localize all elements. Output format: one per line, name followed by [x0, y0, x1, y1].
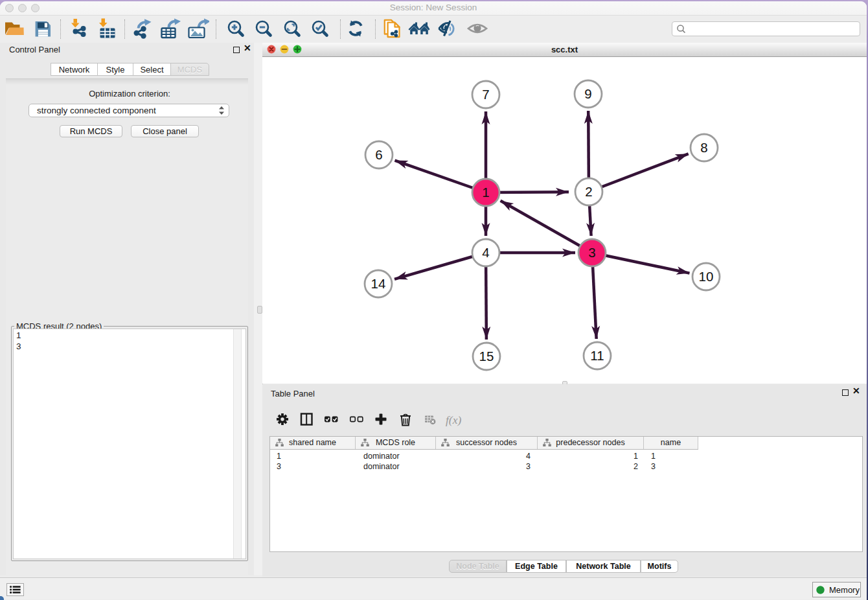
svg-text:8: 8	[700, 140, 707, 155]
svg-text:2: 2	[585, 184, 592, 199]
svg-text:7: 7	[482, 87, 489, 102]
svg-text:11: 11	[590, 348, 604, 363]
svg-text:15: 15	[479, 349, 494, 363]
svg-text:14: 14	[371, 276, 386, 291]
svg-text:1: 1	[482, 185, 489, 200]
svg-text:6: 6	[375, 147, 382, 162]
svg-text:3: 3	[588, 245, 595, 260]
svg-text:f(x): f(x)	[446, 413, 461, 426]
svg-text:9: 9	[584, 86, 591, 101]
svg-text:4: 4	[482, 245, 489, 260]
svg-text:10: 10	[699, 269, 714, 284]
